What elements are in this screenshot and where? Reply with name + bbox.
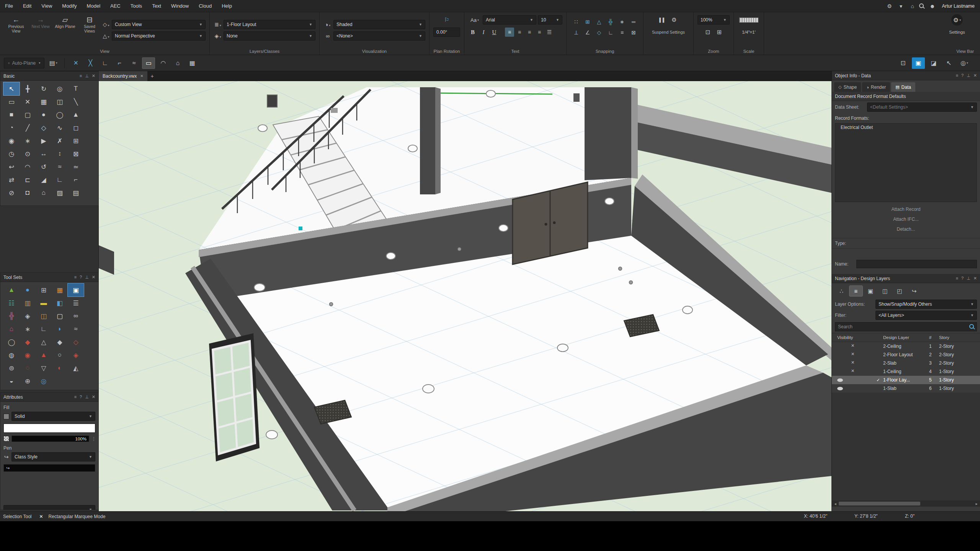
basic-tool-28[interactable]: ↕ [52, 147, 68, 160]
fill-style-select[interactable]: Solid▼ [11, 412, 95, 421]
toolset-tool-23[interactable]: ◆ [52, 336, 68, 349]
snap-mode-icon-10[interactable]: ≡ [616, 27, 628, 38]
snap-mode-icon-0[interactable]: ∷ [570, 16, 582, 27]
current-view-icon[interactable]: ▣ [912, 57, 925, 69]
close-tab-icon[interactable]: ✕ [140, 74, 143, 78]
layer-row[interactable]: ✕1-Ceiling41-Story [832, 367, 980, 376]
palette-close-icon[interactable]: ✕ [92, 275, 95, 280]
palette-help-icon[interactable]: ? [80, 395, 82, 399]
polygon-marquee-mode-icon[interactable]: ⌂ [171, 57, 184, 69]
layer-row[interactable]: ✕2-Floor Layout22-Story [832, 350, 980, 359]
snap-mode-icon-4[interactable]: ∗ [616, 16, 628, 27]
basic-palette-header[interactable]: Basic ≡ ⊥ ✕ [0, 72, 98, 81]
basic-tool-0[interactable]: ↖ [3, 82, 20, 95]
toolset-tool-7[interactable]: ▬ [36, 297, 52, 310]
basic-tool-36[interactable]: ⊏ [20, 173, 36, 186]
settings-menu-icon[interactable]: ⚙ [884, 3, 895, 9]
layer-row[interactable]: ✕2-Slab32-Story [832, 359, 980, 367]
projection-select[interactable]: Normal Perspective▼ [112, 31, 206, 41]
basic-tool-32[interactable]: ↺ [36, 160, 52, 173]
toolset-tool-5[interactable]: ☷ [3, 297, 20, 310]
view-mode-select[interactable]: Custom View▼ [112, 20, 206, 29]
drawing-canvas[interactable] [99, 71, 831, 511]
italic-button[interactable]: I [479, 28, 488, 37]
search-icon[interactable] [918, 3, 927, 9]
suspend-snapping-icon[interactable]: ▌▌ [658, 15, 668, 24]
toolset-tool-24[interactable]: ◇ [68, 336, 84, 349]
palette-menu-icon[interactable]: ≡ [956, 276, 958, 281]
menu-item-cloud[interactable]: Cloud [194, 0, 217, 12]
attach-ifc-button[interactable]: Attach IFC... [832, 214, 980, 224]
rectangular-marquee-mode-icon[interactable]: ▭ [142, 57, 155, 69]
palette-close-icon[interactable]: ✕ [973, 73, 977, 78]
corner-mode-icon[interactable]: ∟ [98, 57, 111, 69]
menu-item-model[interactable]: Model [82, 0, 105, 12]
font-size-select[interactable]: 10▼ [538, 15, 562, 24]
basic-tool-8[interactable]: ◫ [52, 95, 68, 108]
references-icon[interactable]: ↪ [908, 286, 921, 296]
layers-icon[interactable]: ≣▾ [214, 21, 222, 28]
snap-mode-icon-2[interactable]: △ [593, 16, 605, 27]
basic-tool-26[interactable]: ⊙ [20, 147, 36, 160]
toolset-tool-31[interactable]: ◌ [20, 362, 36, 375]
visibility-cell[interactable]: ✕ [832, 342, 873, 350]
basic-tool-3[interactable]: ◎ [52, 82, 68, 95]
tab-shape[interactable]: ◇Shape [834, 82, 861, 92]
toolset-tool-11[interactable]: ◈ [20, 310, 36, 323]
zoom-page-icon[interactable]: ⊞ [714, 28, 724, 37]
story-column-header[interactable]: Story [939, 335, 980, 340]
pen-opacity-select[interactable]: ▼ [3, 505, 95, 510]
tool-sets-header[interactable]: Tool Sets ≡ ? ⊥ ✕ [0, 273, 98, 282]
basic-tool-4[interactable]: T [68, 82, 84, 95]
snap-mode-icon-6[interactable]: ⊥ [570, 27, 582, 38]
snap-mode-icon-9[interactable]: ∟ [605, 27, 616, 38]
toolset-tool-36[interactable]: ⊕ [20, 375, 36, 388]
basic-tool-31[interactable]: ◠ [20, 160, 36, 173]
toolset-tool-21[interactable]: ◆ [20, 336, 36, 349]
toolset-tool-12[interactable]: ◫ [36, 310, 52, 323]
classes-icon[interactable]: ◈▾ [214, 33, 222, 39]
palette-pin-icon[interactable]: ⊥ [967, 73, 970, 78]
basic-tool-13[interactable]: ◯ [52, 108, 68, 121]
menu-item-text[interactable]: Text [147, 0, 166, 12]
toolset-tool-10[interactable]: ╬ [3, 310, 20, 323]
bold-button[interactable]: B [468, 28, 477, 37]
palette-menu-icon[interactable]: ≡ [80, 73, 82, 78]
visibility-cell[interactable] [832, 376, 873, 384]
clip-cube-icon[interactable]: ◪ [927, 57, 940, 69]
palette-pin-icon[interactable]: ⊥ [967, 276, 970, 281]
navigation-header[interactable]: Navigation - Design Layers ≡ ? ⊥ ✕ [832, 274, 980, 283]
x-lasso-mode-icon[interactable]: ╳ [84, 57, 97, 69]
layer-search-input[interactable] [835, 322, 977, 331]
active-layer-select[interactable]: 1-Floor Layout▼ [224, 20, 315, 29]
palette-pin-icon[interactable]: ⊥ [85, 73, 89, 78]
attributes-header[interactable]: Attributes ≡ ? ⊥ ✕ [0, 393, 98, 402]
tab-data[interactable]: ▤Data [891, 82, 915, 92]
palette-pin-icon[interactable]: ⊥ [85, 395, 89, 399]
layer-filter-select[interactable]: <All Layers>▼ [875, 311, 977, 320]
next-view-button[interactable]: →Next View [28, 15, 53, 46]
align-left-icon[interactable]: ≡ [505, 28, 514, 37]
basic-tool-20[interactable]: ◉ [3, 134, 20, 147]
toolset-tool-26[interactable]: ◉ [20, 349, 36, 362]
toolset-tool-4[interactable]: ▣ [68, 284, 84, 297]
menu-item-file[interactable]: File [0, 0, 18, 12]
basic-tool-23[interactable]: ✗ [52, 134, 68, 147]
projection-icon[interactable]: △▾ [102, 33, 110, 39]
toolset-tool-29[interactable]: ◈ [68, 349, 84, 362]
toolset-tool-30[interactable]: ⊚ [3, 362, 20, 375]
home-icon[interactable]: ⌂ [907, 3, 918, 9]
toolset-tool-37[interactable]: ◎ [36, 375, 52, 388]
basic-tool-2[interactable]: ↻ [36, 82, 52, 95]
scroll-right-icon[interactable]: ▸ [973, 502, 980, 506]
basic-tool-37[interactable]: ◢ [36, 173, 52, 186]
menu-item-edit[interactable]: Edit [18, 0, 36, 12]
basic-tool-41[interactable]: ◘ [20, 186, 36, 199]
render-style-select[interactable]: <None>▼ [333, 31, 425, 41]
scale-ruler-icon[interactable] [739, 18, 758, 23]
toolset-tool-35[interactable]: ◒ [3, 375, 20, 388]
snap-mode-icon-8[interactable]: ◇ [593, 27, 605, 38]
palette-pin-icon[interactable]: ⊥ [85, 275, 89, 280]
toolset-tool-2[interactable]: ⊞ [36, 284, 52, 297]
toolset-tool-19[interactable]: ≈ [68, 323, 84, 336]
